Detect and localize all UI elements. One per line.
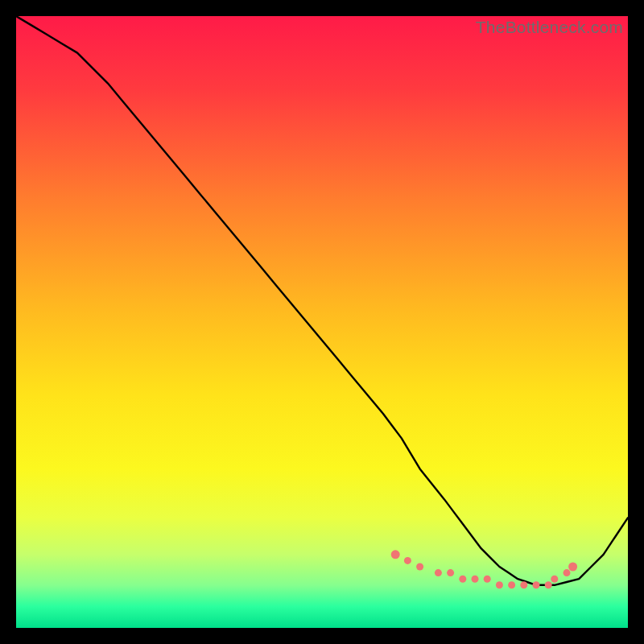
marker-dot xyxy=(564,569,571,576)
marker-dot xyxy=(496,581,503,588)
bottleneck-chart xyxy=(16,16,628,628)
marker-dot xyxy=(551,576,558,583)
marker-dot xyxy=(404,557,411,564)
marker-dot xyxy=(520,581,527,588)
marker-dot xyxy=(472,576,479,583)
marker-dot xyxy=(459,576,466,583)
marker-dot xyxy=(508,581,515,588)
marker-dot xyxy=(416,564,423,571)
marker-dot xyxy=(484,576,491,583)
marker-dot xyxy=(447,569,454,576)
watermark-text: TheBottleneck.com xyxy=(476,18,623,37)
gradient-background xyxy=(16,16,628,628)
chart-frame: TheBottleneck.com xyxy=(16,16,628,628)
marker-dot xyxy=(545,581,552,588)
marker-dot xyxy=(533,581,540,588)
marker-dot xyxy=(391,550,400,559)
marker-dot xyxy=(435,569,442,576)
marker-dot xyxy=(568,563,577,572)
